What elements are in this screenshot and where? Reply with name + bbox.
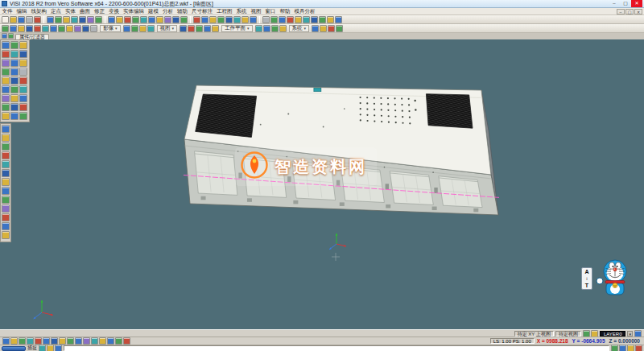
view-orientation-control[interactable]: A ↕ T — [581, 267, 592, 290]
toolbar-icon[interactable] — [148, 16, 155, 23]
view-reference[interactable]: 待定 XY 上视图 — [514, 331, 554, 337]
toolbar-icon[interactable] — [10, 85, 19, 93]
toolbar-icon[interactable] — [287, 16, 294, 23]
toolbar-icon[interactable] — [18, 16, 25, 23]
toolbar-icon[interactable] — [19, 103, 27, 111]
toolbar-icon[interactable] — [116, 16, 123, 23]
toolbar-icon[interactable] — [2, 41, 10, 49]
toolbar-icon[interactable] — [10, 16, 17, 23]
dropdown-views[interactable]: 视图▾ — [157, 25, 178, 32]
menu-item[interactable]: 视图 — [249, 8, 263, 15]
active-layer[interactable]: LAYER0 — [600, 331, 626, 337]
toolbar-icon[interactable] — [188, 25, 195, 32]
toolbar-icon[interactable] — [217, 16, 225, 23]
toolbar-icon[interactable] — [10, 103, 19, 111]
toolbar-icon[interactable] — [2, 213, 10, 221]
toolbar-icon[interactable] — [319, 16, 326, 23]
toolbar-icon[interactable] — [50, 25, 57, 32]
toolbar-icon[interactable] — [10, 25, 17, 32]
menu-item[interactable]: 文件 — [0, 8, 14, 15]
toolbar-icon[interactable] — [2, 94, 10, 102]
view-cube-bottom-label[interactable]: T — [585, 283, 588, 288]
toolbar-icon[interactable] — [124, 16, 131, 23]
tab-properties-filter[interactable]: 属性/过滤器 — [15, 34, 49, 39]
toolbar-icon[interactable] — [26, 16, 33, 23]
mdi-close-button[interactable]: ✕ — [634, 9, 642, 14]
toolbar-icon[interactable] — [10, 41, 19, 49]
toolbar-icon[interactable] — [107, 337, 114, 345]
toolbar-icon[interactable] — [193, 16, 200, 23]
toolbar-icon[interactable] — [2, 151, 10, 159]
toolbar-icon[interactable] — [2, 222, 10, 230]
toolbar-icon[interactable] — [55, 345, 62, 351]
toolbar-icon[interactable] — [10, 112, 19, 120]
toolbar-icon[interactable] — [262, 16, 270, 23]
toolbar-icon[interactable] — [10, 337, 18, 345]
toolbar-icon[interactable] — [108, 16, 115, 23]
toolbar-icon[interactable] — [19, 68, 27, 76]
toolbar-icon[interactable] — [156, 16, 163, 23]
toolbar-icon[interactable] — [242, 16, 249, 23]
toolbar-icon[interactable] — [71, 16, 78, 23]
menu-item[interactable]: 线架构 — [29, 8, 49, 15]
dropdown-system[interactable]: 系统▾ — [289, 25, 310, 32]
toolbar-icon[interactable] — [140, 16, 147, 23]
toolbar-icon[interactable] — [180, 25, 187, 32]
close-button[interactable]: ✕ — [631, 0, 642, 7]
menu-item[interactable]: 实体编辑 — [122, 8, 147, 15]
toolbar-icon[interactable] — [39, 345, 46, 351]
toolbar-icon[interactable] — [255, 25, 262, 32]
toolbar-icon[interactable] — [139, 25, 147, 32]
toolbar-icon[interactable] — [123, 25, 130, 32]
toolbar-icon[interactable] — [212, 25, 219, 32]
toolbar-icon[interactable] — [79, 16, 86, 23]
toolbar-icon[interactable] — [51, 337, 58, 345]
toolbar-icon[interactable] — [233, 16, 241, 23]
toolbar-icon[interactable] — [90, 25, 97, 32]
toolbar-icon[interactable] — [2, 25, 9, 32]
toolbar-icon[interactable] — [225, 16, 233, 23]
menu-item[interactable]: 辅助 — [175, 8, 190, 15]
toolbar-icon[interactable] — [58, 25, 65, 32]
mdi-minimize-button[interactable]: – — [617, 9, 625, 14]
toolbar-icon[interactable] — [2, 169, 10, 177]
toolbar-icon[interactable] — [336, 25, 343, 32]
toolbar-icon[interactable] — [611, 345, 618, 351]
toolbar-icon[interactable] — [2, 103, 10, 111]
toolbar-icon[interactable] — [164, 16, 171, 23]
menu-item[interactable]: 分析 — [161, 8, 175, 15]
command-input[interactable] — [64, 345, 609, 351]
toolbar-icon[interactable] — [99, 337, 106, 345]
toolbar-icon[interactable] — [2, 178, 10, 186]
toolbar-icon[interactable] — [271, 25, 279, 32]
toolbar-icon[interactable] — [2, 196, 10, 204]
menu-item[interactable]: 系统 — [234, 8, 249, 15]
toolbar-icon[interactable] — [2, 187, 10, 195]
view-name[interactable]: 待定视图 — [555, 331, 581, 337]
toolbar-icon[interactable] — [63, 16, 70, 23]
toolbar-icon[interactable] — [26, 25, 33, 32]
toolbar-icon[interactable] — [204, 25, 211, 32]
toolbar-icon[interactable] — [10, 76, 19, 85]
viewport-3d[interactable]: 智造资料网 A ↕ T — [0, 39, 644, 329]
toolbar-icon[interactable] — [123, 337, 130, 345]
dropdown-imaging[interactable]: 影像▾ — [100, 25, 121, 32]
menu-item[interactable]: 窗口 — [263, 8, 278, 15]
menu-item[interactable]: 定点 — [49, 8, 64, 15]
toolbar-icon[interactable] — [2, 112, 10, 120]
toolbar-icon[interactable] — [19, 76, 27, 85]
toolbar-icon[interactable] — [10, 50, 19, 58]
menu-item[interactable]: 实体 — [64, 8, 78, 15]
toolbar-icon[interactable] — [19, 59, 27, 67]
toolbar-icon[interactable] — [10, 59, 19, 67]
toolbar-icon[interactable] — [87, 16, 94, 23]
menu-item[interactable]: 工程图 — [215, 8, 235, 15]
toolbar-icon[interactable] — [91, 337, 98, 345]
toolbar-icon[interactable] — [83, 337, 90, 345]
toolbar-icon[interactable] — [2, 134, 10, 142]
menu-item[interactable]: 变换 — [107, 8, 122, 15]
toolbar-icon[interactable] — [2, 125, 10, 133]
toolbar-icon[interactable] — [18, 25, 25, 32]
toolbar-icon[interactable] — [279, 25, 287, 32]
toolbar-icon[interactable] — [34, 16, 41, 23]
